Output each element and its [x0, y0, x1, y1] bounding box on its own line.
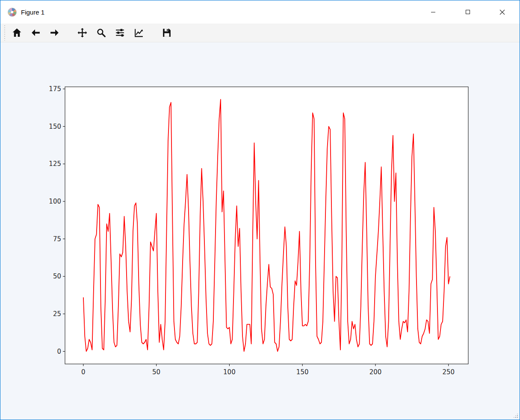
zoom-button[interactable]	[93, 25, 109, 41]
svg-text:50: 50	[152, 368, 160, 376]
home-icon	[12, 27, 22, 38]
minimize-icon	[431, 9, 436, 15]
titlebar[interactable]: Figure 1	[0, 0, 520, 24]
svg-text:0: 0	[81, 368, 86, 376]
svg-text:100: 100	[49, 198, 61, 205]
toolbar-grip[interactable]	[4, 25, 6, 41]
back-button[interactable]	[28, 25, 44, 41]
close-icon	[499, 9, 505, 15]
svg-text:150: 150	[296, 368, 309, 376]
svg-text:200: 200	[369, 368, 382, 376]
resize-grip[interactable]	[513, 413, 519, 419]
svg-text:0: 0	[57, 348, 61, 355]
save-button[interactable]	[159, 25, 174, 41]
matplotlib-logo-icon	[8, 8, 17, 17]
svg-text:100: 100	[223, 368, 236, 376]
pan-button[interactable]	[74, 25, 90, 41]
sliders-icon	[115, 27, 125, 38]
figure-window: Figure 1	[0, 0, 520, 420]
back-arrow-icon	[30, 27, 41, 38]
svg-text:250: 250	[442, 368, 455, 376]
svg-text:75: 75	[53, 235, 61, 243]
minimize-button[interactable]	[416, 0, 450, 24]
figure-canvas[interactable]: 0501001502002500255075100125150175	[0, 42, 520, 420]
customize-button[interactable]	[131, 25, 147, 41]
svg-text:175: 175	[49, 85, 61, 93]
configure-subplots-button[interactable]	[112, 25, 128, 41]
zoom-icon	[96, 27, 106, 38]
window-title: Figure 1	[21, 9, 44, 16]
resize-grip-dots	[513, 413, 519, 419]
save-icon	[161, 27, 172, 38]
line-chart-icon	[133, 27, 144, 38]
svg-text:25: 25	[53, 310, 61, 318]
maximize-button[interactable]	[450, 0, 485, 24]
forward-arrow-icon	[49, 27, 60, 38]
navigation-toolbar	[0, 24, 520, 42]
svg-text:150: 150	[49, 123, 61, 130]
caption-buttons	[416, 0, 520, 24]
maximize-icon	[465, 9, 470, 15]
svg-text:125: 125	[49, 160, 61, 168]
close-button[interactable]	[485, 0, 520, 24]
home-button[interactable]	[9, 25, 25, 41]
svg-text:50: 50	[53, 272, 61, 280]
pan-icon	[77, 27, 88, 38]
forward-button[interactable]	[47, 25, 62, 41]
plot-svg[interactable]: 0501001502002500255075100125150175	[0, 42, 520, 420]
